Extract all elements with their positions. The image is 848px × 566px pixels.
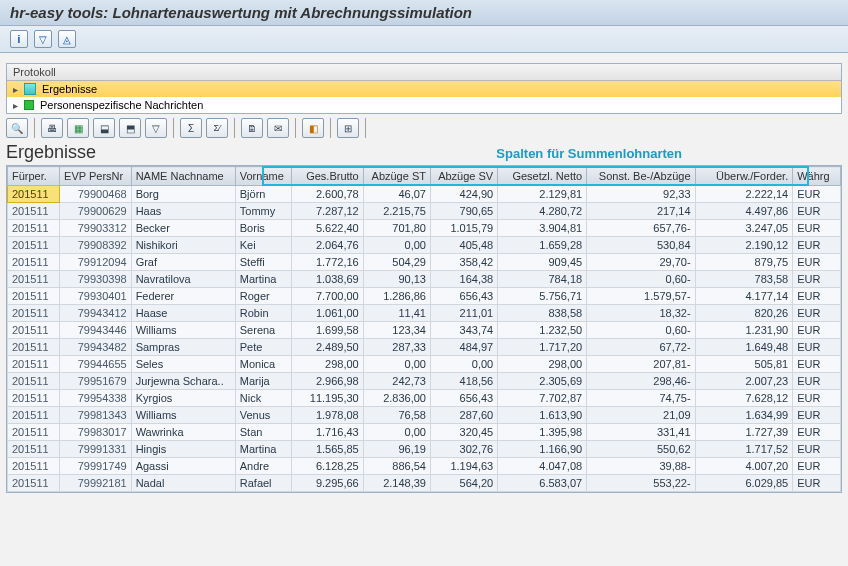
cell-nr[interactable]: 79991331 — [60, 441, 132, 458]
cell-w[interactable]: EUR — [793, 373, 841, 390]
cell-vor[interactable]: Roger — [235, 288, 291, 305]
cell-sv[interactable]: 358,42 — [430, 254, 497, 271]
cell-netto[interactable]: 6.583,07 — [498, 475, 587, 492]
table-row[interactable]: 20151179991749AgassiAndre6.128,25886,541… — [8, 458, 841, 475]
cell-w[interactable]: EUR — [793, 237, 841, 254]
cell-sv[interactable]: 211,01 — [430, 305, 497, 322]
cell-sonst[interactable]: 21,09 — [587, 407, 695, 424]
cell-netto[interactable]: 784,18 — [498, 271, 587, 288]
cell-w[interactable]: EUR — [793, 407, 841, 424]
cell-st[interactable]: 76,58 — [363, 407, 430, 424]
cell-nach[interactable]: Jurjewna Schara.. — [131, 373, 235, 390]
cell-netto[interactable]: 1.166,90 — [498, 441, 587, 458]
cell-per[interactable]: 201511 — [8, 288, 60, 305]
cell-per[interactable]: 201511 — [8, 237, 60, 254]
cell-sv[interactable]: 164,38 — [430, 271, 497, 288]
cell-vor[interactable]: Steffi — [235, 254, 291, 271]
cell-sonst[interactable]: 550,62 — [587, 441, 695, 458]
cell-brutto[interactable]: 298,00 — [292, 356, 364, 373]
cell-sv[interactable]: 1.194,63 — [430, 458, 497, 475]
col-abzuege-sv[interactable]: Abzüge SV — [430, 167, 497, 186]
table-row[interactable]: 20151179912094GrafSteffi1.772,16504,2935… — [8, 254, 841, 271]
cell-w[interactable]: EUR — [793, 356, 841, 373]
cell-nr[interactable]: 79991749 — [60, 458, 132, 475]
cell-ueber[interactable]: 6.029,85 — [695, 475, 793, 492]
table-row[interactable]: 20151179930398NavratilovaMartina1.038,69… — [8, 271, 841, 288]
table-row[interactable]: 20151179930401FedererRoger7.700,001.286,… — [8, 288, 841, 305]
cell-sv[interactable]: 424,90 — [430, 186, 497, 203]
cell-st[interactable]: 11,41 — [363, 305, 430, 322]
cell-brutto[interactable]: 1.772,16 — [292, 254, 364, 271]
cell-sv[interactable]: 790,65 — [430, 203, 497, 220]
data-grid[interactable]: Fürper. EVP PersNr NAME Nachname Vorname… — [6, 165, 842, 493]
cell-st[interactable]: 2.215,75 — [363, 203, 430, 220]
cell-netto[interactable]: 1.717,20 — [498, 339, 587, 356]
cell-st[interactable]: 2.836,00 — [363, 390, 430, 407]
col-gesbrutto[interactable]: Ges.Brutto — [292, 167, 364, 186]
cell-vor[interactable]: Andre — [235, 458, 291, 475]
cell-w[interactable]: EUR — [793, 390, 841, 407]
cell-sonst[interactable]: 207,81- — [587, 356, 695, 373]
protokoll-row-ergebnisse[interactable]: ▸ Ergebnisse — [7, 81, 841, 97]
cell-vor[interactable]: Nick — [235, 390, 291, 407]
cell-w[interactable]: EUR — [793, 424, 841, 441]
cell-st[interactable]: 46,07 — [363, 186, 430, 203]
cell-per[interactable]: 201511 — [8, 373, 60, 390]
cell-nr[interactable]: 79912094 — [60, 254, 132, 271]
cell-brutto[interactable]: 7.700,00 — [292, 288, 364, 305]
cell-nr[interactable]: 79983017 — [60, 424, 132, 441]
cell-vor[interactable]: Björn — [235, 186, 291, 203]
cell-sv[interactable]: 302,76 — [430, 441, 497, 458]
cell-per[interactable]: 201511 — [8, 339, 60, 356]
cell-sonst[interactable]: 39,88- — [587, 458, 695, 475]
cell-brutto[interactable]: 2.600,78 — [292, 186, 364, 203]
cell-ueber[interactable]: 4.177,14 — [695, 288, 793, 305]
cell-st[interactable]: 504,29 — [363, 254, 430, 271]
cell-nach[interactable]: Graf — [131, 254, 235, 271]
cell-ueber[interactable]: 2.222,14 — [695, 186, 793, 203]
cell-nach[interactable]: Becker — [131, 220, 235, 237]
cell-st[interactable]: 886,54 — [363, 458, 430, 475]
cell-netto[interactable]: 4.047,08 — [498, 458, 587, 475]
cell-ueber[interactable]: 1.727,39 — [695, 424, 793, 441]
cell-netto[interactable]: 2.129,81 — [498, 186, 587, 203]
cell-brutto[interactable]: 2.966,98 — [292, 373, 364, 390]
cell-sv[interactable]: 564,20 — [430, 475, 497, 492]
cell-sv[interactable]: 0,00 — [430, 356, 497, 373]
cell-per[interactable]: 201511 — [8, 305, 60, 322]
cell-netto[interactable]: 1.613,90 — [498, 407, 587, 424]
table-row[interactable]: 20151179951679Jurjewna Schara..Marija2.9… — [8, 373, 841, 390]
layout-icon[interactable]: ▦ — [67, 118, 89, 138]
chart-icon[interactable]: ◬ — [58, 30, 76, 48]
cell-vor[interactable]: Tommy — [235, 203, 291, 220]
cell-netto[interactable]: 1.232,50 — [498, 322, 587, 339]
cell-sv[interactable]: 320,45 — [430, 424, 497, 441]
cell-w[interactable]: EUR — [793, 475, 841, 492]
cell-vor[interactable]: Marija — [235, 373, 291, 390]
cell-sv[interactable]: 405,48 — [430, 237, 497, 254]
cell-per[interactable]: 201511 — [8, 475, 60, 492]
cell-nach[interactable]: Hingis — [131, 441, 235, 458]
col-abzuege-st[interactable]: Abzüge ST — [363, 167, 430, 186]
table-row[interactable]: 20151179900468BorgBjörn2.600,7846,07424,… — [8, 186, 841, 203]
cell-ueber[interactable]: 7.628,12 — [695, 390, 793, 407]
cell-w[interactable]: EUR — [793, 441, 841, 458]
col-nachname[interactable]: NAME Nachname — [131, 167, 235, 186]
cell-ueber[interactable]: 1.649,48 — [695, 339, 793, 356]
table-row[interactable]: 20151179943482SamprasPete2.489,50287,334… — [8, 339, 841, 356]
cell-netto[interactable]: 909,45 — [498, 254, 587, 271]
cell-sv[interactable]: 484,97 — [430, 339, 497, 356]
cell-nach[interactable]: Wawrinka — [131, 424, 235, 441]
info-icon[interactable]: i — [10, 30, 28, 48]
cell-netto[interactable]: 5.756,71 — [498, 288, 587, 305]
cell-netto[interactable]: 838,58 — [498, 305, 587, 322]
cell-w[interactable]: EUR — [793, 271, 841, 288]
col-persnr[interactable]: EVP PersNr — [60, 167, 132, 186]
cell-brutto[interactable]: 1.978,08 — [292, 407, 364, 424]
cell-nach[interactable]: Borg — [131, 186, 235, 203]
col-sonst-be-abzuege[interactable]: Sonst. Be-/Abzüge — [587, 167, 695, 186]
cell-nach[interactable]: Williams — [131, 322, 235, 339]
cell-brutto[interactable]: 1.716,43 — [292, 424, 364, 441]
cell-nach[interactable]: Nishikori — [131, 237, 235, 254]
cell-sv[interactable]: 656,43 — [430, 288, 497, 305]
